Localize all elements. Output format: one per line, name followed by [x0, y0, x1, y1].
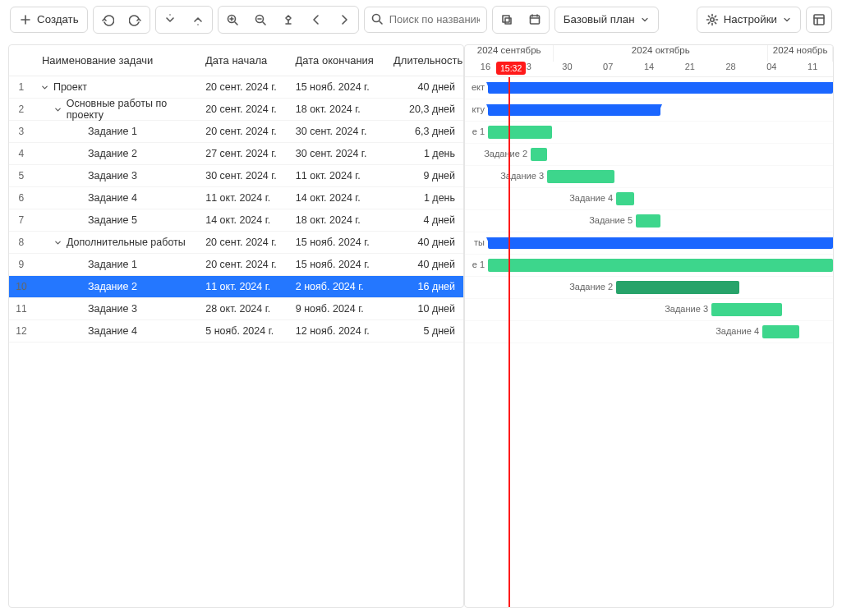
gantt-month: 2024 сентябрь: [465, 45, 554, 62]
col-end[interactable]: Дата окончания: [296, 54, 393, 67]
table-row[interactable]: 1Проект20 сент. 2024 г.15 нояб. 2024 г.4…: [9, 76, 463, 99]
gantt-bar[interactable]: [488, 82, 833, 94]
table-row[interactable]: 7Задание 514 окт. 2024 г.18 окт. 2024 г.…: [9, 209, 463, 232]
gantt-row[interactable]: ты: [465, 232, 833, 255]
expand-button[interactable]: [158, 8, 182, 31]
plus-icon: [19, 13, 32, 26]
redo-button[interactable]: [123, 8, 148, 31]
gantt-bar[interactable]: [531, 148, 547, 161]
table-row[interactable]: 12Задание 45 нояб. 2024 г.12 нояб. 2024 …: [9, 320, 463, 342]
calendar-button[interactable]: [522, 8, 547, 31]
table-row[interactable]: 5Задание 330 сент. 2024 г.11 окт. 2024 г…: [9, 165, 463, 187]
gantt-bar[interactable]: [488, 126, 552, 139]
end-date: 18 окт. 2024 г.: [296, 214, 394, 226]
gantt-bar-label: Задание 2: [475, 149, 527, 159]
redo-icon: [129, 13, 142, 26]
row-number: 3: [9, 126, 34, 137]
row-number: 10: [9, 281, 34, 292]
col-start[interactable]: Дата начала: [205, 54, 296, 67]
gantt-row[interactable]: Задание 4: [465, 321, 833, 343]
task-name: Задание 3: [88, 303, 137, 315]
end-date: 18 окт. 2024 г.: [296, 103, 394, 115]
start-date: 27 сент. 2024 г.: [205, 148, 296, 159]
next-button[interactable]: [332, 8, 357, 31]
start-date: 11 окт. 2024 г.: [205, 192, 296, 204]
row-number: 12: [9, 325, 34, 337]
gantt-bar[interactable]: [616, 192, 634, 205]
col-name[interactable]: Наименование задачи: [34, 54, 205, 67]
table-row[interactable]: 3Задание 120 сент. 2024 г.30 сент. 2024 …: [9, 121, 463, 143]
gantt-bar[interactable]: [488, 237, 833, 249]
task-name-cell: Дополнительные работы: [34, 237, 205, 248]
row-number: 6: [9, 192, 34, 204]
undo-button[interactable]: [95, 8, 120, 31]
gantt-bar[interactable]: [547, 170, 614, 183]
table-row[interactable]: 8Дополнительные работы20 сент. 2024 г.15…: [9, 232, 463, 254]
col-duration[interactable]: Длительность: [393, 54, 463, 67]
gantt-bar[interactable]: [711, 303, 782, 316]
gantt-row[interactable]: Задание 4: [465, 188, 833, 210]
task-name: Задание 2: [88, 148, 137, 159]
undo-redo-group: [93, 6, 150, 34]
zoom-group: [218, 6, 359, 34]
gantt-row[interactable]: Задание 2: [465, 277, 833, 299]
task-name-cell: Задание 5: [34, 214, 205, 226]
end-date: 2 нояб. 2024 г.: [296, 281, 394, 292]
end-date: 15 нояб. 2024 г.: [296, 81, 394, 93]
create-button[interactable]: Создать: [10, 7, 88, 33]
chevron-right-icon: [338, 13, 351, 26]
svg-rect-4: [505, 18, 511, 24]
layout-button[interactable]: [806, 7, 832, 33]
row-number: 2: [9, 103, 34, 115]
svg-point-6: [710, 17, 713, 21]
gantt-row[interactable]: Задание 2: [465, 144, 833, 166]
table-row[interactable]: 4Задание 227 сент. 2024 г.30 сент. 2024 …: [9, 143, 463, 165]
gantt-row[interactable]: е 1: [465, 122, 833, 144]
row-number: 4: [9, 148, 34, 159]
start-date: 14 окт. 2024 г.: [205, 214, 296, 226]
gantt-row[interactable]: Задание 3: [465, 299, 833, 321]
settings-button[interactable]: Настройки: [697, 7, 801, 33]
task-name: Основные работы по проекту: [67, 98, 205, 121]
chevron-down-icon[interactable]: [53, 238, 62, 247]
table-row[interactable]: 6Задание 411 окт. 2024 г.14 окт. 2024 г.…: [9, 187, 463, 209]
task-name: Задание 4: [88, 325, 137, 337]
table-row[interactable]: 11Задание 328 окт. 2024 г.9 нояб. 2024 г…: [9, 298, 463, 320]
gantt-bar[interactable]: [636, 214, 660, 228]
baseline-plan-label: Базовый план: [564, 13, 635, 25]
prev-button[interactable]: [304, 8, 329, 31]
task-name-cell: Задание 2: [34, 148, 205, 159]
end-date: 14 окт. 2024 г.: [296, 192, 394, 204]
gantt-bar[interactable]: [762, 325, 799, 338]
table-row[interactable]: 9Задание 120 сент. 2024 г.15 нояб. 2024 …: [9, 254, 463, 276]
zoom-fit-button[interactable]: [276, 8, 301, 31]
copy-button[interactable]: [495, 8, 519, 31]
gantt-row[interactable]: Задание 3: [465, 166, 833, 188]
undo-icon: [101, 13, 114, 26]
svg-point-2: [372, 14, 380, 21]
chevron-down-icon[interactable]: [40, 83, 49, 92]
table-row[interactable]: 10Задание 211 окт. 2024 г.2 нояб. 2024 г…: [9, 276, 463, 298]
duration: 40 дней: [393, 81, 463, 93]
table-row[interactable]: 2Основные работы по проекту20 сент. 2024…: [9, 99, 463, 121]
collapse-button[interactable]: [186, 8, 210, 31]
baseline-plan-button[interactable]: Базовый план: [554, 7, 659, 33]
gantt-body[interactable]: ектктуе 1Задание 2Задание 3Задание 4Зада…: [465, 77, 833, 607]
gantt-row[interactable]: Задание 5: [465, 210, 833, 232]
gantt-row[interactable]: кту: [465, 99, 833, 122]
start-date: 11 окт. 2024 г.: [205, 281, 296, 292]
row-number: 1: [9, 81, 34, 93]
gantt-row[interactable]: е 1: [465, 255, 833, 277]
gantt-bar[interactable]: [488, 259, 833, 272]
zoom-out-button[interactable]: [248, 8, 273, 31]
gantt-row[interactable]: ект: [465, 77, 833, 99]
gantt-bar-label: Задание 4: [562, 193, 613, 203]
svg-rect-7: [814, 15, 824, 25]
gantt-bar[interactable]: [616, 281, 739, 294]
chevron-down-icon[interactable]: [53, 105, 62, 114]
gantt-day: 30: [547, 62, 588, 76]
zoom-in-button[interactable]: [220, 8, 245, 31]
task-name-cell: Задание 4: [34, 192, 205, 204]
view-group: [492, 6, 550, 34]
gantt-bar[interactable]: [488, 104, 660, 116]
